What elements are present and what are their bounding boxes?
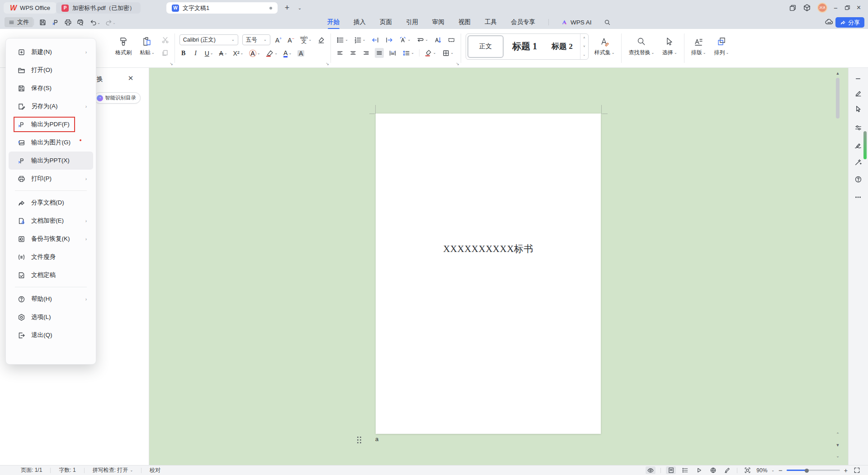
style-heading2[interactable]: 标题 2 bbox=[544, 34, 580, 59]
styles-scroll-up[interactable]: ˄ bbox=[580, 34, 588, 43]
align-right-button[interactable] bbox=[362, 48, 371, 58]
avatar[interactable]: 沐沐 bbox=[817, 3, 827, 13]
menu-item-save-as[interactable]: 另存为(A)› bbox=[9, 97, 93, 115]
char-shading-button[interactable]: A bbox=[297, 48, 305, 58]
page-indicator[interactable]: 页面: 1/1 bbox=[19, 466, 44, 474]
collapse-panel-icon[interactable] bbox=[854, 74, 863, 83]
shading-button[interactable]: ⌄ bbox=[424, 48, 437, 58]
menu-item-save[interactable]: 保存(S) bbox=[9, 79, 93, 97]
text-direction-button[interactable]: ⌄ bbox=[398, 35, 412, 45]
tab-reference[interactable]: 引用 bbox=[405, 16, 419, 28]
decrease-font-button[interactable]: A− bbox=[287, 35, 295, 45]
underline-button[interactable]: U⌄ bbox=[204, 48, 214, 58]
windows-stack-icon[interactable] bbox=[789, 4, 797, 12]
borders-button[interactable]: ⌄ bbox=[441, 48, 455, 58]
zoom-chevron[interactable]: ⌄ bbox=[771, 469, 774, 472]
previous-page-icon[interactable]: ⌃ bbox=[834, 431, 841, 438]
outline-view-icon[interactable] bbox=[680, 466, 690, 474]
increase-indent-button[interactable] bbox=[384, 35, 394, 45]
document-tab-pdf[interactable]: P 加密标书.pdf（已加密） bbox=[56, 2, 141, 14]
show-marks-button[interactable] bbox=[447, 35, 456, 45]
web-layout-icon[interactable] bbox=[708, 466, 718, 474]
zoom-slider[interactable] bbox=[787, 467, 840, 474]
proofread-button[interactable]: 校对 bbox=[148, 466, 162, 474]
save-icon[interactable] bbox=[38, 18, 47, 26]
clipboard-launcher-icon[interactable]: ↘ bbox=[170, 62, 173, 66]
phonetic-guide-button[interactable]: wén文⌄ bbox=[299, 35, 312, 45]
font-launcher-icon[interactable]: ↘ bbox=[326, 62, 330, 66]
document-tab-writer[interactable]: W 文字文稿1 bbox=[166, 2, 278, 14]
align-center-button[interactable] bbox=[349, 48, 358, 58]
more-options-icon[interactable] bbox=[854, 193, 863, 202]
menu-item-options[interactable]: 选项(L) bbox=[9, 308, 93, 326]
help-icon[interactable] bbox=[854, 175, 863, 184]
select-button[interactable]: 选择⌄ bbox=[660, 35, 679, 57]
tools-wand-icon[interactable] bbox=[854, 157, 863, 166]
clear-format-button[interactable] bbox=[316, 35, 326, 45]
font-name-select[interactable]: Calibri (正文)⌄ bbox=[179, 34, 238, 45]
font-color-button[interactable]: A⌄ bbox=[283, 48, 292, 58]
line-spacing-button[interactable]: ⌄ bbox=[401, 48, 415, 58]
zoom-in-button[interactable]: + bbox=[844, 467, 848, 474]
strikethrough-button[interactable]: A⌄ bbox=[218, 48, 228, 58]
panel-scrollbar-thumb[interactable] bbox=[863, 131, 867, 159]
wps-home-button[interactable]: W WPS Office bbox=[4, 2, 57, 14]
italic-button[interactable]: I bbox=[192, 48, 200, 58]
tab-list-chevron[interactable]: ⌄ bbox=[295, 3, 305, 13]
fullscreen-icon[interactable] bbox=[852, 466, 862, 474]
paragraph-launcher-icon[interactable]: ↘ bbox=[456, 62, 459, 66]
tab-review[interactable]: 审阅 bbox=[431, 16, 445, 28]
tab-tools[interactable]: 工具 bbox=[484, 16, 498, 28]
slider-knob[interactable] bbox=[805, 469, 809, 473]
tab-insert[interactable]: 插入 bbox=[353, 16, 367, 28]
style-heading1[interactable]: 标题 1 bbox=[505, 34, 544, 59]
menu-item-encrypt[interactable]: 文档加密(E)› bbox=[9, 212, 93, 230]
superscript-button[interactable]: X²⌄ bbox=[232, 48, 245, 58]
tab-home[interactable]: 开始 bbox=[326, 16, 340, 28]
file-menu-button[interactable]: 文件 bbox=[5, 17, 33, 27]
copy-button[interactable] bbox=[160, 48, 170, 58]
menu-item-open[interactable]: 打开(O) bbox=[9, 61, 93, 79]
menu-item-export-image[interactable]: 输出为图片(G) bbox=[9, 133, 93, 152]
drag-handle-icon[interactable] bbox=[357, 437, 363, 445]
restore-button[interactable] bbox=[844, 5, 850, 11]
font-size-select[interactable]: 五号⌄ bbox=[242, 34, 270, 45]
paste-button[interactable]: 粘贴⌄ bbox=[137, 35, 157, 57]
next-page-icon[interactable]: ⌄ bbox=[834, 452, 841, 460]
ink-mode-icon[interactable] bbox=[722, 466, 732, 474]
redo-icon[interactable] bbox=[104, 18, 113, 26]
justify-button[interactable] bbox=[375, 48, 384, 58]
format-painter-button[interactable]: 格式刷 bbox=[113, 35, 134, 57]
wrap-direction-button[interactable]: ⌄ bbox=[415, 35, 429, 45]
distribute-button[interactable] bbox=[388, 48, 397, 58]
menu-item-share-doc[interactable]: 分享文档(D) bbox=[9, 194, 93, 212]
document-page[interactable]: XXXXXXXXXX标书 bbox=[376, 114, 601, 434]
menu-item-export-ppt[interactable]: 输出为PPT(X) bbox=[9, 152, 93, 170]
menu-item-backup[interactable]: 备份与恢复(K)› bbox=[9, 230, 93, 248]
undo-chevron[interactable]: ⌄ bbox=[97, 21, 100, 25]
settings-sliders-icon[interactable] bbox=[854, 123, 863, 132]
zoom-level[interactable]: 90% bbox=[756, 467, 767, 474]
smart-toc-button[interactable]: ◔ 智能识别目录 bbox=[94, 92, 141, 104]
styles-expand[interactable]: ⌄ bbox=[580, 51, 588, 59]
typeset-button[interactable]: 排版⌄ bbox=[689, 35, 708, 57]
highlight-color-button[interactable]: ⌄ bbox=[265, 48, 278, 58]
page-view-icon[interactable] bbox=[666, 466, 676, 474]
signature-icon[interactable] bbox=[854, 141, 863, 150]
panel-close-icon[interactable]: ✕ bbox=[126, 73, 136, 83]
close-button[interactable]: × bbox=[857, 4, 861, 12]
word-count[interactable]: 字数: 1 bbox=[57, 466, 77, 474]
decrease-indent-button[interactable] bbox=[371, 35, 380, 45]
menu-item-exit[interactable]: 退出(Q) bbox=[9, 326, 93, 344]
bold-button[interactable]: B bbox=[179, 48, 188, 58]
cut-button[interactable] bbox=[160, 35, 170, 45]
style-normal[interactable]: 正文 bbox=[467, 35, 504, 58]
tab-wps-ai[interactable]: WPS AI bbox=[561, 19, 592, 26]
increase-font-button[interactable]: A+ bbox=[274, 35, 283, 45]
zoom-out-button[interactable]: − bbox=[778, 466, 783, 474]
fit-page-icon[interactable] bbox=[742, 466, 752, 474]
search-icon[interactable] bbox=[604, 19, 611, 26]
cloud-sync-icon[interactable] bbox=[825, 18, 834, 25]
new-tab-button[interactable]: + bbox=[282, 3, 292, 13]
style-set-button[interactable]: 样式集⌄ bbox=[592, 35, 617, 57]
